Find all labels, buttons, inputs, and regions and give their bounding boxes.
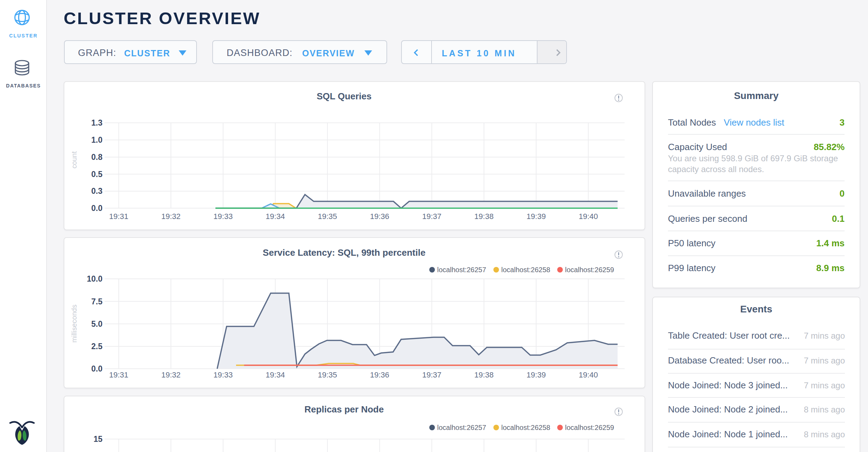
svg-text:19:35: 19:35: [318, 370, 337, 379]
svg-text:0.0: 0.0: [91, 204, 102, 213]
svg-text:19:33: 19:33: [213, 212, 233, 221]
svg-text:19:39: 19:39: [527, 370, 546, 379]
svg-text:2.5: 2.5: [91, 342, 102, 351]
svg-text:19:31: 19:31: [109, 212, 128, 221]
svg-text:7.5: 7.5: [91, 297, 102, 306]
svg-text:19:40: 19:40: [579, 212, 598, 221]
svg-text:19:39: 19:39: [527, 212, 546, 221]
svg-text:localhost:26257: localhost:26257: [437, 266, 486, 274]
svg-text:localhost:26258: localhost:26258: [501, 424, 550, 431]
svg-text:0.3: 0.3: [91, 186, 102, 196]
svg-text:0.5: 0.5: [91, 170, 102, 179]
svg-text:19:34: 19:34: [266, 370, 285, 379]
svg-text:19:38: 19:38: [474, 212, 493, 221]
svg-text:5.0: 5.0: [91, 319, 102, 329]
svg-text:19:32: 19:32: [161, 212, 180, 221]
svg-text:0.0: 0.0: [91, 364, 102, 373]
svg-text:localhost:26259: localhost:26259: [565, 266, 614, 274]
svg-text:count: count: [70, 151, 78, 168]
svg-text:19:36: 19:36: [370, 370, 389, 379]
svg-text:19:32: 19:32: [161, 370, 180, 379]
svg-text:localhost:26257: localhost:26257: [437, 424, 486, 431]
svg-text:0.8: 0.8: [91, 153, 102, 162]
svg-text:1.3: 1.3: [91, 118, 102, 127]
svg-text:19:37: 19:37: [422, 212, 441, 221]
svg-text:19:35: 19:35: [318, 212, 337, 221]
svg-text:19:33: 19:33: [213, 370, 233, 379]
svg-text:19:34: 19:34: [266, 212, 285, 221]
svg-text:19:31: 19:31: [109, 370, 128, 379]
svg-text:19:38: 19:38: [474, 370, 493, 379]
svg-text:19:40: 19:40: [579, 370, 598, 379]
svg-text:10.0: 10.0: [87, 274, 102, 283]
svg-text:1.0: 1.0: [91, 135, 102, 144]
svg-text:localhost:26258: localhost:26258: [501, 266, 550, 274]
svg-text:15: 15: [93, 435, 102, 444]
svg-text:19:36: 19:36: [370, 212, 389, 221]
svg-text:19:37: 19:37: [422, 370, 441, 379]
svg-text:milliseconds: milliseconds: [70, 305, 78, 343]
svg-text:localhost:26259: localhost:26259: [565, 424, 614, 431]
